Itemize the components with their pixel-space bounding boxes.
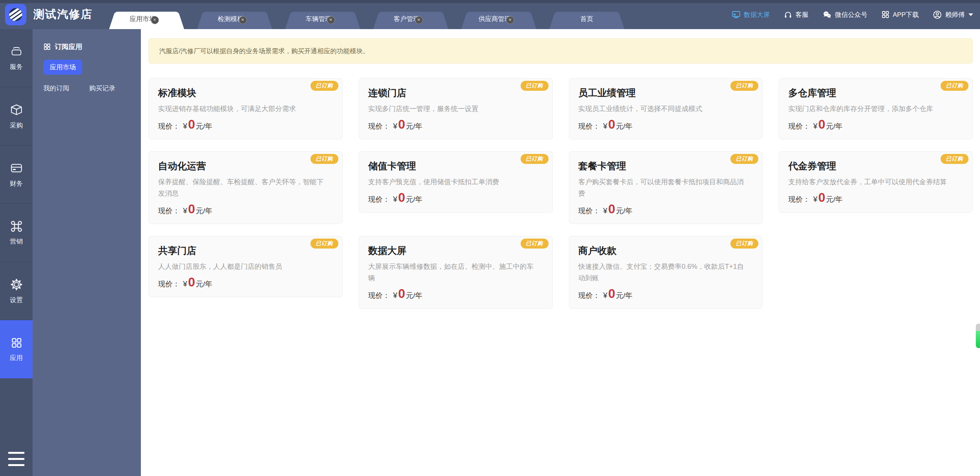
price-amount: 0 <box>398 287 405 300</box>
sidebar-item-settings[interactable]: 设置 <box>0 262 33 320</box>
sidebar-item-service[interactable]: 服务 <box>0 29 33 87</box>
primary-nav-rail: 服务 采购 财务 营销 <box>0 29 33 476</box>
customer-service-button[interactable]: 客服 <box>784 10 808 19</box>
subscribed-badge: 已订购 <box>730 154 758 164</box>
module-price: 现价： ¥ 0 元/年 <box>368 191 543 204</box>
tab-inspection-template[interactable]: 检测模板 ✕ <box>197 8 272 29</box>
subscribed-badge: 已订购 <box>730 239 758 249</box>
module-price: 现价： ¥ 0 元/年 <box>578 118 753 131</box>
data-screen-button[interactable]: 数据大屏 <box>732 10 770 19</box>
close-icon[interactable]: ✕ <box>151 16 159 24</box>
module-card[interactable]: 已订购 商户收款 快速接入微信、支付宝；交易费率0.6%，收款后T+1自动到账 … <box>569 236 763 309</box>
price-amount: 0 <box>818 191 825 204</box>
price-label: 现价： <box>578 291 600 301</box>
module-card[interactable]: 已订购 多仓库管理 实现门店和仓库的库存分开管理，添加多个仓库 现价： ¥ 0 … <box>779 78 973 139</box>
sidebar-item-finance[interactable]: 财务 <box>0 146 33 204</box>
sidebar-item-my-subscriptions[interactable]: 我的订阅 <box>43 84 69 93</box>
price-unit: 元/年 <box>196 121 212 131</box>
app-logo-icon <box>5 4 26 25</box>
price-amount: 0 <box>188 118 195 131</box>
close-icon[interactable]: ✕ <box>506 16 514 24</box>
marketing-command-icon <box>10 220 23 233</box>
sidebar-item-apps[interactable]: 应用 <box>0 320 33 378</box>
sidebar-item-app-market[interactable]: 应用市场 <box>43 60 82 75</box>
info-banner: 汽服店/汽修厂可以根据自身的业务场景需求，购买开通相应的功能模块。 <box>149 38 973 64</box>
scrollbar-thumb[interactable] <box>976 324 980 348</box>
module-card[interactable]: 已订购 储值卡管理 支持客户预充值，使用储值卡抵扣工单消费 现价： ¥ 0 元/… <box>359 151 553 213</box>
currency-symbol: ¥ <box>393 195 397 204</box>
secondary-sidebar: 订阅应用 应用市场 我的订阅 购买记录 <box>33 29 141 476</box>
module-card[interactable]: 已订购 标准模块 实现进销存基础功能模块，可满足大部分需求 现价： ¥ 0 元/… <box>149 78 343 139</box>
currency-symbol: ¥ <box>603 291 608 300</box>
subscribed-badge: 已订购 <box>310 81 338 91</box>
module-card[interactable]: 已订购 自动化运营 保养提醒、保险提醒、车检提醒、客户关怀等，智能下发消息 现价… <box>149 151 343 224</box>
headset-icon <box>784 10 792 19</box>
monitor-icon <box>732 10 741 19</box>
tab-customer-management[interactable]: 客户管理 ✕ <box>373 8 448 29</box>
module-card[interactable]: 已订购 员工业绩管理 实现员工业绩统计，可选择不同提成模式 现价： ¥ 0 元/… <box>569 78 763 139</box>
subscribed-badge: 已订购 <box>521 154 549 164</box>
module-description: 客户购买套餐卡后，可以使用套餐卡抵扣项目和商品消费 <box>578 176 753 199</box>
currency-symbol: ¥ <box>183 122 187 131</box>
module-title: 共享门店 <box>158 244 333 257</box>
price-label: 现价： <box>158 121 180 131</box>
module-card[interactable]: 已订购 代金券管理 支持给客户发放代金券，工单中可以使用代金券结算 现价： ¥ … <box>779 151 973 213</box>
close-icon[interactable]: ✕ <box>327 16 335 24</box>
module-description: 支持给客户发放代金券，工单中可以使用代金券结算 <box>788 176 963 188</box>
sidebar-item-label: 财务 <box>10 179 23 188</box>
settings-gear-icon <box>10 278 23 291</box>
price-label: 现价： <box>158 279 180 289</box>
sidebar-item-purchase-records[interactable]: 购买记录 <box>89 84 115 93</box>
module-price: 现价： ¥ 0 元/年 <box>368 287 543 301</box>
subscribed-badge: 已订购 <box>521 239 549 249</box>
price-unit: 元/年 <box>616 121 632 131</box>
module-price: 现价： ¥ 0 元/年 <box>158 118 333 131</box>
tab-bar: 应用市场 ✕ 检测模板 ✕ 车辆管理 ✕ 客户管理 ✕ 供应商管理 ✕ 首页 <box>109 8 624 29</box>
module-card[interactable]: 已订购 连锁门店 实现多门店统一管理，服务统一设置 现价： ¥ 0 元/年 <box>359 78 553 139</box>
module-card[interactable]: 已订购 套餐卡管理 客户购买套餐卡后，可以使用套餐卡抵扣项目和商品消费 现价： … <box>569 151 763 224</box>
subscribed-badge: 已订购 <box>941 154 969 164</box>
subscribed-badge: 已订购 <box>941 81 969 91</box>
service-icon <box>10 45 23 58</box>
price-unit: 元/年 <box>616 206 632 216</box>
currency-symbol: ¥ <box>603 122 608 131</box>
tab-supplier-management[interactable]: 供应商管理 ✕ <box>461 8 536 29</box>
subscription-grid-icon <box>43 43 51 51</box>
price-label: 现价： <box>368 121 390 131</box>
sidebar-item-purchase[interactable]: 采购 <box>0 87 33 146</box>
sidebar-item-label: 设置 <box>10 296 23 304</box>
price-amount: 0 <box>608 203 615 215</box>
tab-vehicle-management[interactable]: 车辆管理 ✕ <box>285 8 360 29</box>
price-unit: 元/年 <box>196 206 212 216</box>
module-title: 连锁门店 <box>368 87 543 99</box>
price-unit: 元/年 <box>196 279 212 289</box>
user-menu[interactable]: 赖师傅 <box>933 10 973 20</box>
module-card-grid: 已订购 标准模块 实现进销存基础功能模块，可满足大部分需求 现价： ¥ 0 元/… <box>149 78 973 309</box>
module-title: 标准模块 <box>158 87 333 99</box>
currency-symbol: ¥ <box>813 122 817 131</box>
module-price: 现价： ¥ 0 元/年 <box>578 203 753 216</box>
tab-home[interactable]: 首页 <box>549 8 624 29</box>
module-description: 大屏展示车辆维修数据，如在店、检测中、施工中的车辆 <box>368 261 543 284</box>
close-icon[interactable]: ✕ <box>239 16 247 24</box>
purchase-box-icon <box>10 103 23 117</box>
finance-card-icon <box>10 161 23 175</box>
menu-toggle-button[interactable] <box>0 452 33 466</box>
module-title: 数据大屏 <box>368 244 543 257</box>
close-icon[interactable]: ✕ <box>415 16 423 24</box>
module-card[interactable]: 已订购 共享门店 人人做门店股东，人人都是门店的销售员 现价： ¥ 0 元/年 <box>149 236 343 297</box>
tab-label: 首页 <box>580 15 593 23</box>
sidebar-item-marketing[interactable]: 营销 <box>0 204 33 262</box>
price-label: 现价： <box>788 121 810 131</box>
price-label: 现价： <box>158 206 180 216</box>
module-card[interactable]: 已订购 数据大屏 大屏展示车辆维修数据，如在店、检测中、施工中的车辆 现价： ¥… <box>359 236 553 309</box>
app-download-button[interactable]: APP下载 <box>881 10 919 19</box>
tab-app-market[interactable]: 应用市场 ✕ <box>109 8 184 29</box>
module-price: 现价： ¥ 0 元/年 <box>158 203 333 216</box>
module-price: 现价： ¥ 0 元/年 <box>788 191 963 204</box>
wechat-official-button[interactable]: 微信公众号 <box>822 10 867 20</box>
module-title: 储值卡管理 <box>368 160 543 172</box>
header-actions: 数据大屏 客服 微信公众号 <box>732 10 973 20</box>
module-title: 多仓库管理 <box>788 87 963 99</box>
price-unit: 元/年 <box>826 121 843 131</box>
